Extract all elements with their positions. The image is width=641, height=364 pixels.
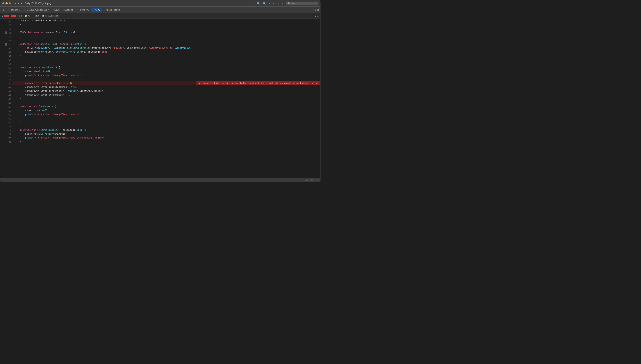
search-label: Search: [292, 2, 299, 4]
code-line-55: override func viewDidLoad() {: [13, 66, 320, 70]
tab-appdelegate[interactable]: ✕ AppDelegate: [102, 8, 122, 12]
code-line-67: print("\(#function) changeView.frame nil…: [13, 112, 320, 116]
bc-swift-icon: ◀: [33, 15, 34, 17]
line-number-57: 57: [0, 74, 13, 78]
close-button[interactable]: [2, 2, 5, 4]
code-line-65: override func loadView() {: [13, 104, 320, 108]
bc-warning-icon[interactable]: ⚠: [317, 15, 319, 17]
bc-item-k1vc[interactable]: K1VC: [35, 15, 40, 17]
line-number-54: 54: [0, 62, 13, 66]
bc-item-k1[interactable]: K1: [28, 15, 30, 17]
error-message: ≡Thread 1: Fatal error: Unexpectedly fou…: [197, 81, 320, 85]
code-line-62: connectBtn.layer.borderWidth = 1: [13, 93, 320, 97]
tab-father-vc-2[interactable]: ✕ FatherVC: [75, 8, 91, 12]
titlebar: ⊞ ◀ ▶ Snip20220907_46.png ⓘ 🔍 🔍 ⬆ ✏ ⊡ ⚙ …: [0, 0, 320, 6]
code-line-58: [13, 77, 320, 81]
bc-sep: ›: [40, 15, 42, 17]
layout-icon[interactable]: ⟵: [312, 8, 313, 11]
line-number-72: 72: [0, 132, 13, 136]
line-number-45: 45: [0, 27, 13, 31]
inspector-icon[interactable]: ⊟: [317, 8, 319, 11]
zoom-out-icon[interactable]: 🔍: [257, 2, 260, 5]
line-number-47: 47: [0, 34, 13, 38]
tab-icon: ✕: [24, 9, 25, 11]
line-number-44: 44: [0, 23, 13, 27]
line-number-59: 59: [0, 82, 13, 86]
tab-bar: ⊞ ✕ FatherVC ✕ FDTabBarController ✕ K1VC…: [0, 6, 320, 13]
code-line-45: [13, 26, 320, 30]
tab-label: K1VC: [54, 9, 60, 11]
code-line-56: super.viewDidLoad(): [13, 70, 320, 73]
settings-icon[interactable]: ⚙: [282, 2, 283, 5]
code-line-60: connectBtn.layer.masksToBounds = true: [13, 85, 320, 89]
code-line-47: [13, 34, 320, 38]
line-number-67: 67: [0, 113, 13, 117]
xcode-window: ⊞ ◀ ▶ Snip20220907_46.png ⓘ 🔍 🔍 ⬆ ✏ ⊡ ⚙ …: [0, 0, 321, 182]
traffic-lights: [2, 2, 11, 4]
code-editor: 4344454647484950515253545556575859606162…: [0, 19, 320, 178]
tab-father-vc[interactable]: ✕ FatherVC: [6, 8, 22, 12]
code-line-70: [13, 124, 320, 128]
clone-icon[interactable]: ⊡: [278, 2, 279, 5]
tab-assets[interactable]: ◼ Assets: [62, 8, 75, 12]
back-nav-icon[interactable]: ◀: [18, 2, 19, 5]
tab-fdtabbar[interactable]: ✕ FDTabBarController: [22, 8, 51, 12]
code-line-69: }: [13, 120, 320, 124]
code-line-52: }: [13, 54, 320, 58]
line-number-46: 46: [0, 31, 13, 34]
code-line-50: let vc:AddDeviceVC = XYHelper.getViewCon…: [13, 46, 320, 50]
line-number-52: 52: [0, 54, 13, 58]
line-number-61: 61: [0, 89, 13, 93]
bc-redacted1: ████: [4, 15, 9, 17]
sidebar-toggle-icon[interactable]: ⊞: [15, 2, 16, 5]
code-line-57: print("\(#function) changeView.frame nil…: [13, 73, 320, 77]
code-line-61: connectBtn.layer.borderColor = UIColor.l…: [13, 89, 320, 93]
maximize-button[interactable]: [9, 2, 11, 4]
line-number-64: 64: [0, 101, 13, 105]
tab-label: Assets: [65, 9, 73, 11]
error-icon: ≡: [199, 81, 200, 85]
tab-icon: ✕: [77, 9, 78, 11]
tab-k1vc-1[interactable]: ✕ K1VC: [51, 8, 62, 12]
bc-item-viewdidload[interactable]: viewDidLoad(): [45, 15, 61, 17]
code-line-59: connectBtn.layer.cornerRadius = 12≡Threa…: [13, 81, 320, 85]
zoom-in-icon[interactable]: 🔍: [263, 2, 266, 5]
code-line-66: super.loadView(): [13, 108, 320, 112]
attribution: CSDN @优是升高: [305, 179, 318, 181]
code-line-63: }: [13, 97, 320, 101]
bc-sep: ›: [31, 15, 32, 17]
forward-nav-icon[interactable]: ▶: [21, 2, 22, 5]
search-box[interactable]: 🔍 Search: [286, 2, 318, 5]
tab-icon: ◼: [64, 9, 65, 11]
line-number-70: 70: [0, 124, 13, 128]
code-line-54: [13, 62, 320, 66]
window-title: Snip20220907_46.png: [25, 2, 51, 4]
line-number-71: 71: [0, 128, 13, 132]
edit-icon[interactable]: ✏: [273, 2, 275, 5]
breadcrumb: ◼ ████ › ████ › 设备 › 📁 K1 › ◀ K1VC › M v…: [0, 13, 320, 19]
split-icon[interactable]: ≡: [314, 8, 316, 11]
line-numbers: 4344454647484950515253545556575859606162…: [0, 19, 13, 178]
info-icon[interactable]: ⓘ: [252, 2, 254, 5]
titlebar-icons: ⓘ 🔍 🔍 ⬆ ✏ ⊡ ⚙ 🔍 Search: [252, 2, 318, 5]
line-number-63: 63: [0, 97, 13, 101]
line-number-53: 53: [0, 58, 13, 62]
code-line-46: @IBOutlet weak var connectBtn: UIButton!: [13, 30, 320, 34]
code-line-53: [13, 58, 320, 62]
line-number-73: 73: [0, 136, 13, 140]
bc-back-icon[interactable]: ◀: [315, 15, 316, 17]
minimize-button[interactable]: [6, 2, 8, 4]
breakpoint-circle[interactable]: [5, 32, 7, 34]
status-bar: CSDN @优是升高: [0, 178, 320, 182]
share-icon[interactable]: ⬆: [269, 2, 270, 5]
code-line-71: override func viewWillAppear(_ animated:…: [13, 128, 320, 132]
line-number-50: 50: [0, 46, 13, 50]
add-tab-icon[interactable]: ⊞: [2, 8, 6, 12]
line-number-68: 68: [0, 117, 13, 120]
breadcrumb-actions: ◀ ⚠: [315, 15, 319, 17]
bc-m-badge: M: [42, 15, 45, 17]
line-number-60: 60: [0, 86, 13, 89]
breakpoint-circle[interactable]: [5, 43, 7, 46]
tab-k1vc-active[interactable]: ✕ K1VC: [91, 8, 102, 12]
bc-item-shebei[interactable]: 设备: [19, 14, 23, 17]
